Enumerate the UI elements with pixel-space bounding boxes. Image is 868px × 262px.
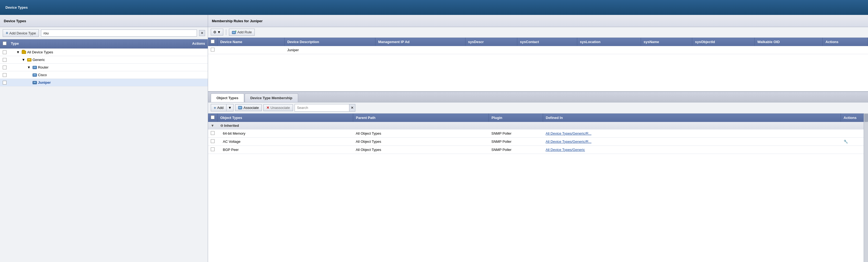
cell-device-desc: Juniper [284, 46, 375, 54]
tree-row[interactable]: Cisco [0, 71, 208, 79]
left-search-bar: + Add Device Type ✕ [0, 27, 208, 39]
associate-button[interactable]: Associate [235, 104, 262, 111]
row-checkbox[interactable] [3, 66, 6, 69]
cell-defined-in: All Device Types/Generic/R... [543, 137, 841, 145]
dropdown-arrow-icon: ▼ [217, 30, 221, 34]
col-header-syslocation: sysLocation [577, 38, 641, 46]
tab-object-types-label: Object Types [216, 96, 239, 100]
folder-icon [22, 51, 26, 54]
chevron-down-icon: ▼ [228, 106, 231, 110]
tree-row[interactable]: Juniper [0, 79, 208, 87]
row-checkbox[interactable] [3, 51, 6, 54]
ot-col-object-types: Object Types [218, 113, 353, 122]
add-split-button[interactable]: + Add ▼ [211, 104, 234, 111]
wrench-icon[interactable]: 🔧 [844, 139, 848, 143]
table-header-checkbox[interactable] [211, 39, 215, 43]
col-header-mgmt-ip: Management IP Ad [375, 38, 465, 46]
col-header-walkable-oid: Walkable OID [754, 38, 823, 46]
cell-syscontact [517, 46, 577, 54]
tree-item-label: Generic [33, 58, 45, 62]
actions-col-header: Actions [183, 41, 205, 46]
add-button-main[interactable]: + Add [211, 104, 226, 111]
defined-in-link[interactable]: All Device Types/Generic/R... [546, 131, 592, 135]
membership-rules-table: Device Name Device Description Managemen… [208, 38, 868, 54]
tree-row[interactable]: ▼ Router [0, 64, 208, 71]
cell-defined-in: All Device Types/Generic/R... [543, 129, 841, 137]
device-type-search-input[interactable] [41, 30, 197, 37]
add-device-type-button[interactable]: + Add Device Type [3, 29, 39, 37]
tree-row[interactable]: ▼ All Device Types [0, 48, 208, 56]
col-header-device-name: Device Name [218, 38, 284, 46]
cell-object-type: AC Voltage [218, 137, 353, 145]
ot-col-defined-in: Defined In [543, 113, 841, 122]
ot-header-checkbox[interactable] [211, 116, 215, 119]
add-dropdown-arrow[interactable]: ▼ [226, 104, 233, 111]
tree-item-label: Juniper [38, 80, 51, 85]
add-rule-button[interactable]: + Add Rule [229, 29, 255, 36]
device-type-tree: ▼ All Device Types ▼ Generic [0, 48, 208, 262]
row-checkbox[interactable] [3, 58, 6, 62]
row-checkbox[interactable] [211, 148, 215, 151]
settings-button[interactable]: ⚙ ▼ [211, 29, 223, 35]
ot-col-plugin: Plugin [489, 113, 543, 122]
associate-icon [238, 106, 243, 110]
object-types-search-input[interactable] [295, 104, 349, 111]
row-checkbox[interactable] [211, 48, 215, 52]
defined-in-link[interactable]: All Device Types/Generic/R... [546, 139, 592, 143]
cell-syslocation [577, 46, 641, 54]
col-header-sysobjectid: sysObjectId [692, 38, 755, 46]
cell-plugin: SNMP Poller [489, 145, 543, 154]
juniper-icon [33, 81, 37, 84]
collapse-icon: ▼ [27, 65, 31, 69]
tree-row[interactable]: ▼ Generic [0, 56, 208, 64]
table-row[interactable]: AC Voltage All Object Types SNMP Poller … [208, 137, 868, 145]
cell-plugin: SNMP Poller [489, 137, 543, 145]
cell-device-name [218, 46, 284, 54]
cisco-icon [33, 73, 37, 77]
object-types-table: Object Types Parent Path Plugin Defined … [208, 113, 868, 154]
cell-plugin: SNMP Poller [489, 129, 543, 137]
plus-icon: + [6, 31, 8, 35]
object-types-toolbar: + Add ▼ Associate [208, 102, 868, 113]
table-row[interactable]: 64-bit Memory All Object Types SNMP Poll… [208, 129, 868, 137]
collapse-icon: ▼ [22, 58, 25, 62]
row-checkbox[interactable] [211, 139, 215, 143]
tree-item-label: Cisco [38, 73, 47, 77]
tab-object-types[interactable]: Object Types [211, 94, 244, 102]
title-bar: Device Types [0, 0, 868, 15]
app-title: Device Types [5, 5, 28, 9]
row-checkbox[interactable] [211, 131, 215, 135]
header-checkbox[interactable] [3, 41, 6, 45]
search-clear-button[interactable]: ✕ [199, 30, 205, 36]
scrollbar[interactable] [864, 113, 868, 262]
row-checkbox[interactable] [3, 73, 6, 77]
tab-device-type-membership[interactable]: Device Type Membership [245, 94, 298, 102]
group-row-inherited: ▼ ⊖ Inherited [208, 122, 868, 130]
cell-actions [823, 46, 868, 54]
table-row[interactable]: Juniper [208, 46, 868, 54]
collapse-icon: ▼ [16, 50, 20, 54]
col-header-device-desc: Device Description [284, 38, 375, 46]
cell-mgmt-ip [375, 46, 465, 54]
scroll-thumb[interactable] [864, 114, 868, 122]
group-expand-cell: ▼ [208, 122, 218, 130]
membership-rules-table-container: Device Name Device Description Managemen… [208, 38, 868, 92]
cell-check [208, 145, 218, 154]
rules-toolbar: ⚙ ▼ + Add Rule [208, 27, 868, 38]
collapse-icon: ▼ [211, 124, 214, 128]
router-icon [33, 66, 37, 69]
tree-item-label: Router [38, 65, 49, 69]
left-panel: Device Types + Add Device Type ✕ Type Ac… [0, 15, 208, 262]
svg-rect-1 [232, 32, 235, 33]
col-header-syscontact: sysContact [517, 38, 577, 46]
col-header-actions: Actions [823, 38, 868, 46]
object-types-search-clear[interactable]: ✕ [349, 104, 355, 111]
left-panel-header: Device Types [0, 15, 208, 27]
unassociate-button[interactable]: ✕ Unassociate [264, 104, 293, 111]
tabs-bar: Object Types Device Type Membership [208, 92, 868, 102]
col-header-check [208, 38, 218, 46]
row-checkbox[interactable] [3, 81, 6, 85]
cell-check [208, 129, 218, 137]
defined-in-link[interactable]: All Device Types/Generic [546, 148, 585, 152]
table-row[interactable]: BGP Peer All Object Types SNMP Poller Al… [208, 145, 868, 154]
